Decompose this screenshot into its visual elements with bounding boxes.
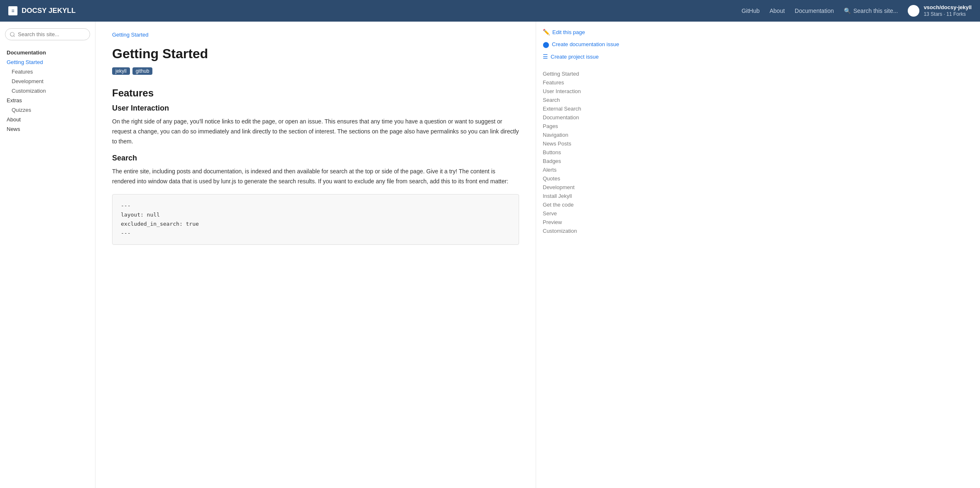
- sidebar-item-customization[interactable]: Customization: [0, 86, 95, 96]
- edit-page-link[interactable]: ✏️ Edit this page: [543, 28, 625, 37]
- topnav-search[interactable]: 🔍 Search this site...: [844, 7, 898, 14]
- toc-item-get-the-code[interactable]: Get the code: [543, 200, 625, 209]
- toc-item-alerts[interactable]: Alerts: [543, 165, 625, 174]
- tag-github: github: [132, 67, 153, 75]
- main-content: Getting Started Getting Started jekyll g…: [96, 22, 536, 488]
- sidebar-item-quizzes[interactable]: Quizzes: [0, 105, 95, 115]
- brand-link[interactable]: ≡ DOCSY JEKYLL: [8, 6, 76, 15]
- sidebar-item-news[interactable]: News: [0, 124, 95, 134]
- repo-name: vsoch/docsy-jekyll: [924, 4, 972, 10]
- toc-item-pages[interactable]: Pages: [543, 122, 625, 131]
- section-user-interaction-body: On the right side of any page, you'll no…: [112, 117, 519, 146]
- toc-item-development[interactable]: Development: [543, 183, 625, 192]
- toc-item-external-search[interactable]: External Search: [543, 104, 625, 113]
- right-sidebar-links: ✏️ Edit this page ⬤ Create documentation…: [543, 28, 625, 61]
- section-search-body: The entire site, including posts and doc…: [112, 167, 519, 187]
- sidebar-item-about[interactable]: About: [0, 115, 95, 124]
- breadcrumb[interactable]: Getting Started: [112, 32, 519, 38]
- toc-item-documentation[interactable]: Documentation: [543, 113, 625, 122]
- github-icon: ⬤: [543, 41, 549, 49]
- topnav-github-link[interactable]: GitHub: [742, 7, 760, 14]
- sidebar-item-features[interactable]: Features: [0, 67, 95, 76]
- topnav-right: ⬤ vsoch/docsy-jekyll 13 Stars · 11 Forks: [908, 4, 972, 17]
- sidebar-right: ✏️ Edit this page ⬤ Create documentation…: [536, 22, 631, 488]
- tags: jekyll github: [112, 67, 519, 75]
- sidebar-item-development[interactable]: Development: [0, 76, 95, 86]
- list-icon: ☰: [543, 53, 548, 61]
- topnav-search-icon: 🔍: [844, 7, 851, 14]
- code-block: --- layout: null excluded_in_search: tru…: [112, 194, 519, 245]
- toc-item-install-jekyll[interactable]: Install Jekyll: [543, 192, 625, 200]
- toc-item-badges[interactable]: Badges: [543, 157, 625, 165]
- sidebar-search-wrap[interactable]: [5, 28, 90, 40]
- toc-item-search[interactable]: Search: [543, 96, 625, 104]
- topnav-links: GitHub About Documentation: [742, 7, 834, 14]
- layout: Documentation Getting Started Features D…: [0, 22, 980, 488]
- toc-item-preview[interactable]: Preview: [543, 218, 625, 227]
- edit-icon: ✏️: [543, 28, 550, 37]
- right-toc: Getting StartedFeaturesUser InteractionS…: [543, 69, 625, 235]
- toc-item-customization[interactable]: Customization: [543, 227, 625, 235]
- create-project-issue-link[interactable]: ☰ Create project issue: [543, 53, 625, 61]
- sidebar-item-extras[interactable]: Extras: [0, 96, 95, 105]
- toc-item-news-posts[interactable]: News Posts: [543, 139, 625, 148]
- avatar[interactable]: ⬤: [908, 5, 919, 17]
- repo-info: vsoch/docsy-jekyll 13 Stars · 11 Forks: [924, 4, 972, 17]
- topnav-documentation-link[interactable]: Documentation: [795, 7, 834, 14]
- toc-item-serve[interactable]: Serve: [543, 209, 625, 218]
- sidebar-left: Documentation Getting Started Features D…: [0, 22, 96, 488]
- sidebar-section-title: Documentation: [0, 47, 95, 57]
- brand-name: DOCSY JEKYLL: [22, 7, 76, 15]
- tag-jekyll: jekyll: [112, 67, 130, 75]
- toc-item-getting-started[interactable]: Getting Started: [543, 69, 625, 78]
- toc-list: Getting StartedFeaturesUser InteractionS…: [543, 69, 625, 235]
- section-user-interaction-heading: User Interaction: [112, 104, 519, 113]
- topnav-about-link[interactable]: About: [769, 7, 785, 14]
- toc-item-user-interaction[interactable]: User Interaction: [543, 87, 625, 96]
- toc-item-buttons[interactable]: Buttons: [543, 148, 625, 157]
- toc-item-features[interactable]: Features: [543, 78, 625, 87]
- toc-item-navigation[interactable]: Navigation: [543, 131, 625, 139]
- brand-icon: ≡: [8, 6, 17, 15]
- section-features-heading: Features: [112, 87, 519, 99]
- repo-stats: 13 Stars · 11 Forks: [924, 11, 965, 17]
- create-doc-issue-link[interactable]: ⬤ Create documentation issue: [543, 41, 625, 49]
- topnav-search-label: Search this site...: [853, 7, 898, 14]
- topnav: ≡ DOCSY JEKYLL GitHub About Documentatio…: [0, 0, 980, 22]
- section-search-heading: Search: [112, 154, 519, 163]
- sidebar-item-getting-started[interactable]: Getting Started: [0, 57, 95, 67]
- toc-item-quotes[interactable]: Quotes: [543, 174, 625, 183]
- sidebar-search-input[interactable]: [5, 28, 90, 40]
- page-title: Getting Started: [112, 46, 519, 62]
